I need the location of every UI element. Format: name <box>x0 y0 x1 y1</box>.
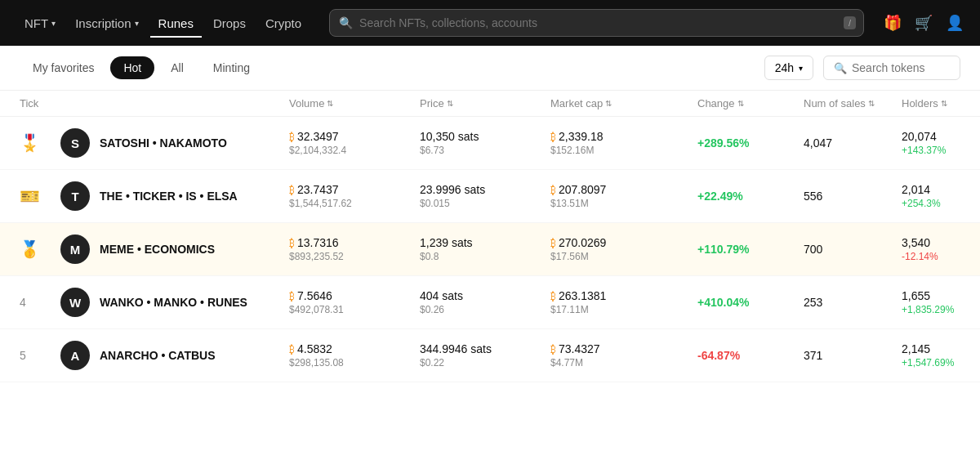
token-avatar: M <box>60 234 90 264</box>
token-name: MEME • ECONOMICS <box>100 243 215 256</box>
token-cell: S SATOSHI • NAKAMOTO <box>60 128 289 158</box>
volume-cell: ₿ 4.5832 $298,135.08 <box>289 342 420 368</box>
tab-favorites[interactable]: My favorites <box>20 56 107 79</box>
nav-item-crypto[interactable]: Crypto <box>257 10 310 37</box>
volume-cell: ₿ 7.5646 $492,078.31 <box>289 289 420 315</box>
mcap-cell: ₿ 73.4327 $4.77M <box>550 342 697 368</box>
price-cell: 10,350 sats $6.73 <box>420 130 550 156</box>
sales-cell: 371 <box>804 349 902 362</box>
change-cell: +410.04% <box>697 296 804 309</box>
token-cell: M MEME • ECONOMICS <box>60 234 289 264</box>
rank-cell: 🎖️ <box>20 133 60 153</box>
table-row[interactable]: 5 A ANARCHO • CATBUS ₿ 4.5832 $298,135.0… <box>0 329 980 382</box>
runes-label: Runes <box>158 16 194 30</box>
inscription-label: Inscription <box>75 16 131 30</box>
crypto-label: Crypto <box>265 16 301 30</box>
nav-icons-group: 🎁 🛒 👤 <box>884 14 964 32</box>
rank-cell: 4 <box>20 295 60 310</box>
token-name: ANARCHO • CATBUS <box>100 349 216 362</box>
token-avatar: A <box>60 341 90 370</box>
token-cell: W WANKO • MANKO • RUNES <box>60 288 289 317</box>
col-mcap[interactable]: Market cap ⇅ <box>550 97 697 109</box>
nav-item-nft[interactable]: NFT ▾ <box>16 10 64 37</box>
inscription-dropdown-icon: ▾ <box>135 19 139 28</box>
mcap-cell: ₿ 263.1381 $17.11M <box>550 289 697 315</box>
tab-hot[interactable]: Hot <box>110 56 154 79</box>
change-cell: -64.87% <box>697 349 804 362</box>
change-cell: +110.79% <box>697 243 804 256</box>
search-bar: 🔍 / <box>329 9 864 37</box>
col-sales[interactable]: Num of sales ⇅ <box>804 97 902 109</box>
token-name: WANKO • MANKO • RUNES <box>100 296 247 309</box>
rank-cell: 🎫 <box>20 186 60 206</box>
sort-mcap-icon: ⇅ <box>605 99 612 108</box>
sales-cell: 556 <box>804 190 902 203</box>
price-cell: 404 sats $0.26 <box>420 289 550 315</box>
table-row[interactable]: 🥇 M MEME • ECONOMICS ₿ 13.7316 $893,235.… <box>0 223 980 276</box>
sales-cell: 253 <box>804 296 902 309</box>
col-tick: Tick <box>20 97 60 109</box>
tab-all[interactable]: All <box>158 56 197 79</box>
search-tokens-box[interactable]: 🔍 <box>823 56 960 80</box>
cart-icon[interactable]: 🛒 <box>915 14 933 32</box>
mcap-cell: ₿ 2,339.18 $152.16M <box>550 130 697 156</box>
nav-item-runes[interactable]: Runes <box>150 10 202 37</box>
volume-cell: ₿ 13.7316 $893,235.52 <box>289 236 420 262</box>
col-price[interactable]: Price ⇅ <box>420 97 550 109</box>
time-filter-area: 24h ▾ 🔍 <box>764 56 960 80</box>
nft-dropdown-icon: ▾ <box>51 19 56 28</box>
search-tokens-input[interactable] <box>852 61 950 74</box>
token-name: SATOSHI • NAKAMOTO <box>100 136 227 150</box>
time-select[interactable]: 24h ▾ <box>764 56 813 80</box>
drops-label: Drops <box>213 16 246 30</box>
tab-minting[interactable]: Minting <box>200 56 263 79</box>
volume-cell: ₿ 23.7437 $1,544,517.62 <box>289 183 420 209</box>
search-input[interactable] <box>329 9 864 37</box>
chevron-down-icon: ▾ <box>799 64 803 73</box>
holders-cell: 20,074 +143.37% <box>902 130 980 156</box>
token-avatar: W <box>60 288 90 317</box>
search-shortcut: / <box>844 16 856 29</box>
rank-cell: 🥇 <box>20 239 60 259</box>
tabs-bar: My favorites Hot All Minting 24h ▾ 🔍 <box>0 46 980 91</box>
sort-change-icon: ⇅ <box>737 99 744 108</box>
mcap-cell: ₿ 270.0269 $17.56M <box>550 236 697 262</box>
holders-cell: 2,145 +1,547.69% <box>902 342 980 368</box>
sort-volume-icon: ⇅ <box>327 99 333 108</box>
sales-cell: 4,047 <box>804 136 902 150</box>
user-icon[interactable]: 👤 <box>946 14 964 32</box>
token-cell: A ANARCHO • CATBUS <box>60 341 289 370</box>
token-avatar: T <box>60 181 90 211</box>
table-row[interactable]: 4 W WANKO • MANKO • RUNES ₿ 7.5646 $492,… <box>0 276 980 329</box>
search-tokens-icon: 🔍 <box>834 62 847 74</box>
price-cell: 1,239 sats $0.8 <box>420 236 550 262</box>
holders-cell: 3,540 -12.14% <box>902 236 980 262</box>
nft-label: NFT <box>24 16 48 30</box>
sort-holders-icon: ⇅ <box>941 99 947 108</box>
nav-item-drops[interactable]: Drops <box>205 10 254 37</box>
price-cell: 23.9996 sats $0.015 <box>420 183 550 209</box>
col-holders[interactable]: Holders ⇅ <box>902 97 980 109</box>
col-volume[interactable]: Volume ⇅ <box>289 97 420 109</box>
nav-item-inscription[interactable]: Inscription ▾ <box>67 10 146 37</box>
token-cell: T THE • TICKER • IS • ELSA <box>60 181 289 211</box>
table-row[interactable]: 🎖️ S SATOSHI • NAKAMOTO ₿ 32.3497 $2,104… <box>0 117 980 170</box>
time-value: 24h <box>775 61 794 74</box>
sort-sales-icon: ⇅ <box>868 99 875 108</box>
table-body: 🎖️ S SATOSHI • NAKAMOTO ₿ 32.3497 $2,104… <box>0 117 980 382</box>
price-cell: 344.9946 sats $0.22 <box>420 342 550 368</box>
change-cell: +22.49% <box>697 190 804 203</box>
col-change[interactable]: Change ⇅ <box>697 97 804 109</box>
navbar: NFT ▾ Inscription ▾ Runes Drops Crypto 🔍… <box>0 0 980 46</box>
holders-cell: 1,655 +1,835.29% <box>902 289 980 315</box>
volume-cell: ₿ 32.3497 $2,104,332.4 <box>289 130 420 156</box>
search-icon: 🔍 <box>339 16 353 29</box>
token-name: THE • TICKER • IS • ELSA <box>100 190 238 203</box>
table-header: Tick Volume ⇅ Price ⇅ Market cap ⇅ Chang… <box>0 91 980 117</box>
sort-price-icon: ⇅ <box>447 99 453 108</box>
rank-cell: 5 <box>20 348 60 363</box>
token-avatar: S <box>60 128 90 158</box>
table-row[interactable]: 🎫 T THE • TICKER • IS • ELSA ₿ 23.7437 $… <box>0 170 980 223</box>
change-cell: +289.56% <box>697 136 804 150</box>
gift-icon[interactable]: 🎁 <box>884 14 902 32</box>
